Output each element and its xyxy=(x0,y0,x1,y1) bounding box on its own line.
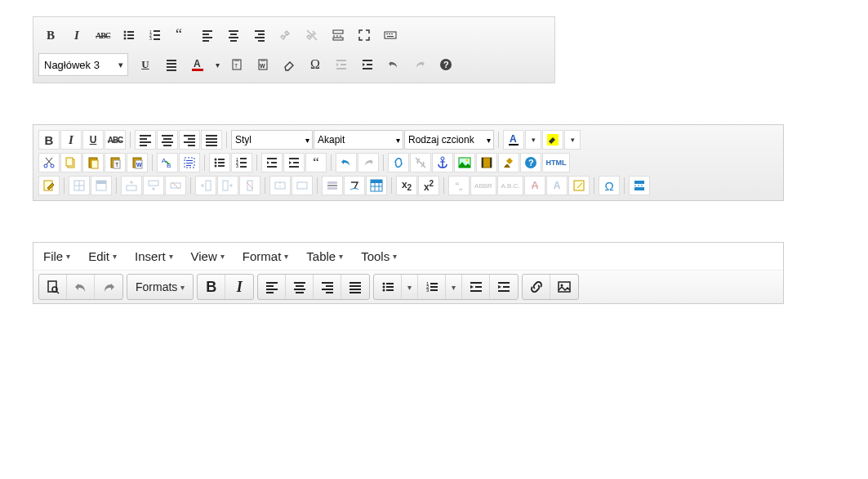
tbl-e-button[interactable] xyxy=(217,176,238,195)
cite-button[interactable]: “„ xyxy=(448,176,470,195)
undo-button[interactable] xyxy=(336,153,357,172)
font-family-select[interactable]: Rodzaj czcionk xyxy=(404,130,494,150)
tbl-split-button[interactable] xyxy=(269,176,291,195)
remove-format-button[interactable] xyxy=(344,176,365,195)
link-button[interactable] xyxy=(523,275,550,299)
menu-edit[interactable]: Edit xyxy=(88,249,117,263)
html-button[interactable]: HTML xyxy=(542,153,570,172)
bullet-list-dropdown[interactable] xyxy=(402,275,418,299)
table2-button[interactable] xyxy=(91,176,112,195)
outdent-button[interactable] xyxy=(261,153,283,172)
menu-file[interactable]: File xyxy=(43,249,70,263)
strikethrough-button[interactable]: ABC xyxy=(105,130,126,150)
align-center-button[interactable] xyxy=(221,24,246,47)
align-justify-button[interactable] xyxy=(159,53,184,76)
help-button[interactable]: ? xyxy=(434,53,458,76)
link-button[interactable] xyxy=(388,153,409,172)
paste-word-button[interactable]: W xyxy=(127,153,148,172)
readmore-button[interactable] xyxy=(326,24,350,47)
align-right-button[interactable] xyxy=(247,24,272,47)
formats-dropdown[interactable]: Formats xyxy=(127,275,193,299)
link-button[interactable] xyxy=(274,24,298,47)
special-char-button[interactable]: Ω xyxy=(599,176,620,195)
font-color-dropdown[interactable]: ▾ xyxy=(525,130,541,150)
unlink-button[interactable] xyxy=(300,24,324,47)
numbered-list-button[interactable]: 123 xyxy=(143,24,167,47)
menu-view[interactable]: View xyxy=(191,249,225,263)
fullscreen-button[interactable] xyxy=(352,24,376,47)
attributes-button[interactable] xyxy=(568,176,590,195)
text-color-chevron[interactable]: ▾ xyxy=(211,53,223,76)
numbered-list-dropdown[interactable] xyxy=(446,275,462,299)
format-select[interactable]: Akapit xyxy=(314,130,403,150)
align-center-button[interactable] xyxy=(157,130,178,150)
bg-color-button[interactable] xyxy=(542,130,563,150)
hr-button[interactable] xyxy=(322,176,343,195)
align-left-button[interactable] xyxy=(195,24,220,47)
align-left-button[interactable] xyxy=(135,130,156,150)
bold-button[interactable]: B xyxy=(38,24,63,47)
del-button[interactable]: A xyxy=(524,176,545,195)
clean-button[interactable] xyxy=(498,153,519,172)
bullet-list-button[interactable] xyxy=(374,275,402,299)
align-justify-button[interactable] xyxy=(341,275,369,299)
menu-insert[interactable]: Insert xyxy=(135,249,173,263)
subscript-button[interactable]: x2 xyxy=(396,176,417,195)
paste-word-button[interactable]: W xyxy=(251,53,275,76)
eraser-button[interactable] xyxy=(277,53,301,76)
bg-color-dropdown[interactable]: ▾ xyxy=(564,130,581,150)
blockquote-button[interactable]: “ xyxy=(305,153,327,172)
copy-button[interactable] xyxy=(60,153,82,172)
underline-button[interactable]: U xyxy=(82,130,104,150)
acronym-button[interactable]: A.B.C. xyxy=(497,176,523,195)
ins-button[interactable]: A xyxy=(546,176,568,195)
blockquote-button[interactable]: “ xyxy=(169,24,194,47)
anchor-button[interactable] xyxy=(432,153,453,172)
indent-button[interactable] xyxy=(490,275,518,299)
bold-button[interactable]: B xyxy=(198,275,225,299)
tbl-b-button[interactable] xyxy=(143,176,164,195)
italic-button[interactable]: I xyxy=(65,24,89,47)
tbl-a-button[interactable] xyxy=(121,176,142,195)
italic-button[interactable]: I xyxy=(60,130,82,150)
keyboard-button[interactable] xyxy=(378,24,403,47)
underline-button[interactable]: U xyxy=(133,53,158,76)
tbl-c-button[interactable] xyxy=(165,176,186,195)
numbered-list-button[interactable]: 123 xyxy=(231,153,252,172)
undo-button[interactable] xyxy=(381,53,406,76)
special-char-button[interactable]: Ω xyxy=(303,53,327,76)
numbered-list-button[interactable]: 123 xyxy=(418,275,446,299)
paste-text-button[interactable]: T xyxy=(225,53,249,76)
redo-button[interactable] xyxy=(95,275,122,299)
align-justify-button[interactable] xyxy=(201,130,222,150)
redo-button[interactable] xyxy=(407,53,432,76)
align-right-button[interactable] xyxy=(314,275,341,299)
cut-button[interactable] xyxy=(38,153,60,172)
edit-source-button[interactable] xyxy=(38,176,60,195)
outdent-button[interactable] xyxy=(329,53,354,76)
align-left-button[interactable] xyxy=(258,275,286,299)
table1-button[interactable] xyxy=(69,176,90,195)
outdent-button[interactable] xyxy=(462,275,490,299)
tbl-merge-button[interactable] xyxy=(292,176,313,195)
menu-format[interactable]: Format xyxy=(243,249,289,263)
abbr-button[interactable]: ABBR xyxy=(470,176,496,195)
media-button[interactable] xyxy=(476,153,497,172)
align-right-button[interactable] xyxy=(179,130,200,150)
table-button[interactable] xyxy=(366,176,387,195)
unlink-button[interactable] xyxy=(410,153,431,172)
preview-button[interactable] xyxy=(39,275,67,299)
image-button[interactable] xyxy=(550,275,578,299)
tbl-d-button[interactable] xyxy=(195,176,216,195)
paste-button[interactable] xyxy=(82,153,104,172)
align-center-button[interactable] xyxy=(286,275,314,299)
menu-tools[interactable]: Tools xyxy=(361,249,397,263)
pagebreak-button[interactable] xyxy=(629,176,650,195)
bullet-list-button[interactable] xyxy=(117,24,141,47)
style-select[interactable]: Styl xyxy=(231,130,313,150)
strikethrough-button[interactable]: ABC xyxy=(91,24,115,47)
indent-button[interactable] xyxy=(355,53,380,76)
redo-button[interactable] xyxy=(358,153,379,172)
italic-button[interactable]: I xyxy=(225,275,253,299)
indent-button[interactable] xyxy=(283,153,305,172)
